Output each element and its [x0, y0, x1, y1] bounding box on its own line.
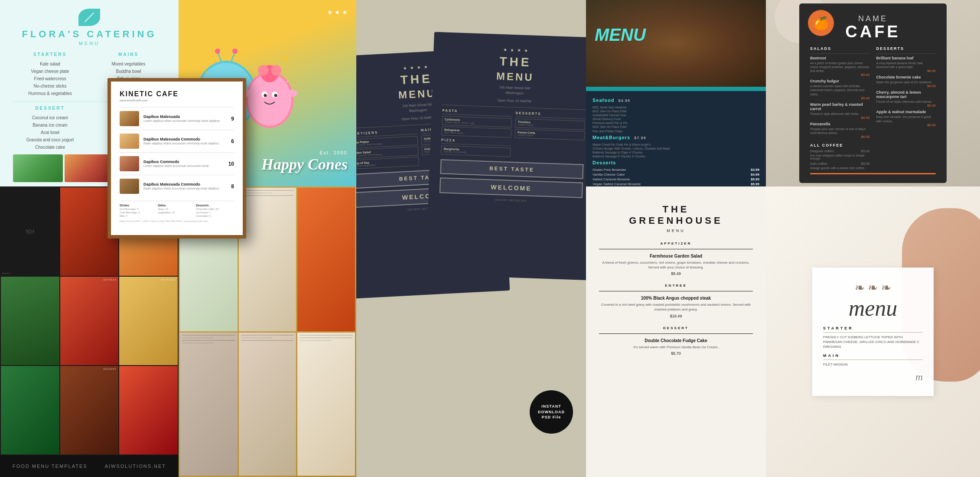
flora-image-food	[65, 154, 114, 182]
greenhouse-entree-name: 100% Black Angus chopped steak	[599, 296, 753, 301]
script-divider-main	[823, 359, 923, 360]
food-thumb-1: 🍽 menu	[1, 187, 59, 276]
namecafe-salads-title: SALADS	[810, 46, 870, 51]
menu-dark-subtitle-front: MENU	[443, 68, 586, 85]
script-initial: m	[823, 371, 923, 383]
cones-est: Est. 2000	[261, 150, 348, 155]
food-thumb-6: PLATTERS	[119, 277, 178, 365]
kinetic-item-name-2: Dapibus Malesuada Commodo	[143, 137, 227, 141]
menu-pasta-box-2: Bolognese Rich meat sauce	[442, 126, 512, 138]
kinetic-dessert-1: Chocolate Cake: 10	[196, 208, 234, 210]
menu-welcome-front: WELCOME	[440, 177, 583, 198]
teal-seafood-title: Seafood $4.99	[593, 98, 759, 103]
kinetic-item-image-2	[120, 134, 139, 149]
svg-text:•: •	[287, 79, 288, 83]
namecafe-salad-price-3: $6.00	[810, 116, 870, 120]
greenhouse-title: THEGREENHOUSE	[599, 204, 753, 227]
greenhouse-dessert-price: $5.70	[599, 351, 753, 356]
teal-seafood-items: MSC North Sea HaddockMSC Skin On Place F…	[593, 105, 759, 133]
kinetic-desserts-title: Desserts	[196, 204, 234, 207]
the-menu-card: ★ ★ ★ ★ THE MENU 145 Main Street NWWashi…	[356, 0, 586, 477]
namecafe-orange-emblem: 🍊	[808, 10, 834, 36]
greenhouse-subtitle: MENU	[599, 229, 753, 233]
food-thumb-4	[1, 277, 59, 365]
namecafe-desserts-title: Desserts	[876, 46, 936, 51]
flora-mains-title: MAINS	[91, 52, 166, 57]
namecafe-coffee-item-2: Irish coffee: $5.00	[810, 162, 870, 166]
food-thumb-5: ENTREES	[60, 277, 119, 365]
kinetic-item-text-2: Dapibus Malesuada Commodo Etiam dapibus …	[143, 137, 227, 145]
greenhouse-appetizer-name: Farmhouse Garden Salad	[599, 254, 753, 258]
cones-text-area: Est. 2000 Happy Cones	[261, 150, 348, 173]
instant-download-badge: INSTANT DOWNLOAD PSD File	[530, 390, 573, 434]
kinetic-item-image-3	[120, 156, 139, 171]
cones-title: Happy Cones	[261, 155, 348, 173]
svg-text:★: ★	[283, 55, 288, 62]
namecafe-salad-desc-2: A vibrant summer salad with kohlrabi, ed…	[810, 84, 870, 96]
teal-dessert-item-4: Vegan Salted Caramel Brownie $5.99	[593, 182, 759, 186]
kinetic-subtitle: www.kineticcafe.com	[120, 99, 234, 102]
book-thumb-6	[297, 333, 355, 476]
kinetic-footer: Open From 8 PM - 2 AM | Call us order 80…	[120, 220, 234, 222]
svg-text:✦: ✦	[205, 70, 208, 75]
namecafe-dessert-price-2: $5.00	[876, 84, 936, 88]
book-thumb-5	[239, 333, 296, 476]
script-main-section: MAIN FILET MIGNON	[823, 353, 923, 367]
menu-dark-address-front: 145 Main Street NWWashington	[443, 83, 586, 98]
menu-best-taste-front: BEST TASTE	[440, 159, 583, 179]
teal-desserts-title: Desserts	[593, 160, 759, 165]
kinetic-item-desc-2: Etiam dapibus etiam accumsan commody tur…	[143, 141, 227, 145]
greenhouse-appetizer-desc: A blend of fresh greens, cucumbers, red …	[599, 260, 753, 270]
namecafe-dessert-item-3: Cherry, almond & lemon mascarpone tart	[876, 90, 936, 99]
script-starter-section: STARTER FRESHLY CUT ICEBERG LETTUCE TOPE…	[823, 326, 923, 350]
namecafe-salad-price-1: $5.00	[810, 73, 870, 77]
flora-title: FLORA'S CATERING	[22, 29, 156, 40]
menu-item-box-3: Soup of Day Seasonal vegetables	[356, 157, 419, 169]
namecafe-salad-item-4: Panzanella	[810, 122, 870, 126]
greenhouse-divider-3	[599, 333, 753, 334]
script-menu-title: menu	[823, 297, 923, 320]
svg-point-11	[232, 49, 238, 54]
kinetic-item-price-3: 10	[228, 161, 234, 167]
kinetic-item-name-4: Dapibus Malesuada Commodo	[143, 182, 227, 186]
script-divider-starter	[823, 332, 923, 333]
kinetic-item-name-1: Dapibus Malesuada	[143, 114, 227, 119]
kinetic-item-2: Dapibus Malesuada Commodo Etiam dapibus …	[120, 130, 234, 152]
script-main-items: FILET MIGNON	[823, 362, 923, 367]
teal-dessert-item-3: Salted Caramel Brownie $5.99	[593, 177, 759, 181]
namecafe-coffee-item-1: Dalgona coffee: $5.00	[810, 149, 870, 153]
kinetic-side-1: Soup: 10	[158, 208, 196, 210]
kinetic-sides-title: Sides	[158, 204, 196, 207]
kinetic-dessert-3: Chocolate: 5	[196, 215, 234, 217]
flora-subtitle: MENU	[79, 41, 100, 46]
script-starter-items: FRESHLY CUT ICEBERG LETTUCE TOPED WITH P…	[823, 335, 923, 350]
kinetic-drink-2: Cold Beverage: 3	[120, 211, 158, 214]
menu-section-pizza: Pizza	[441, 138, 511, 146]
greenhouse-divider-1	[599, 249, 753, 249]
script-ornament: ❧ ❧ ❧	[823, 281, 923, 295]
namecafe-salad-desc-3: Tossed in style afternoon with herbs.	[810, 112, 870, 116]
kinetic-item-image-4	[120, 179, 139, 194]
namecafe-irish-desc: Indulge guests with a classic Irish coff…	[810, 167, 870, 170]
namecafe-dessert-price-4: $6.00	[876, 123, 936, 127]
flora-starters-title: STARTERS	[13, 52, 87, 57]
kinetic-item-desc-3: Lorem dapibus etiam accumsan accumsan tu…	[143, 164, 224, 168]
kinetic-item-price-4: 8	[231, 183, 234, 189]
flora-dessert-title: DESSERT	[13, 106, 87, 111]
teal-menu-content: Seafood $4.99 MSC North Sea HaddockMSC S…	[586, 91, 766, 186]
namecafe-menu-card: 🍊 NaMe CaFe SALADS Beetroot As a pinch o…	[799, 3, 947, 183]
namecafe-salad-item-3: Warm pearl barley & roasted carrot	[810, 102, 870, 111]
food-thumb-7	[1, 366, 59, 454]
namecafe-coffee-title: ALL Coffee	[810, 143, 870, 147]
greenhouse-dessert-name: Double Chocolate Fudge Cake	[599, 338, 753, 343]
book-thumb-3	[297, 188, 355, 331]
greenhouse-entree-title: ENTREE	[599, 284, 753, 288]
food-templates-footer-right: AIWSOLUTIONS.NET	[105, 464, 166, 469]
greenhouse-dessert-desc: It's served warm with Premium Vanilla Be…	[599, 345, 753, 350]
namecafe-dessert-price-1: $6.00	[876, 69, 936, 73]
namecafe-card: 🍊 NaMe CaFe SALADS Beetroot As a pinch o…	[766, 0, 980, 186]
book-lines-6	[300, 335, 353, 474]
namecafe-dessert-item-2: Chocolate brownie cake	[876, 75, 936, 79]
kinetic-side-2: Vegetables: 10	[158, 211, 196, 214]
flora-dessert-list: Coconut ice creamBanana ice creamAcai bo…	[13, 114, 87, 151]
